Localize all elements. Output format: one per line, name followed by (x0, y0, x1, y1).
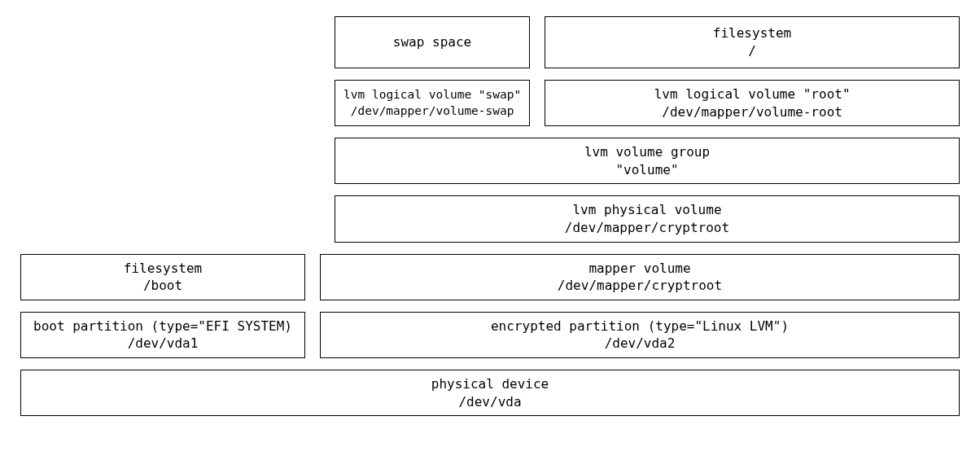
pv-label: lvm physical volume (572, 201, 721, 219)
boot-part-label: boot partition (type="EFI SYSTEM) (33, 318, 292, 335)
boot-part-path: /dev/vda1 (128, 335, 199, 353)
spacer (20, 16, 320, 68)
box-physical-device: physical device /dev/vda (20, 370, 960, 416)
row-mapper-and-bootfs: filesystem /boot mapper volume /dev/mapp… (20, 254, 960, 300)
box-lv-root: lvm logical volume "root" /dev/mapper/vo… (545, 80, 960, 126)
storage-stack-diagram: swap space filesystem / lvm logical volu… (20, 16, 960, 416)
enc-part-path: /dev/vda2 (605, 335, 676, 353)
phys-dev-label: physical device (431, 375, 549, 393)
row-volume-group: lvm volume group "volume" (20, 138, 960, 184)
lv-swap-label: lvm logical volume "swap" (343, 87, 521, 103)
mapper-path: /dev/mapper/cryptroot (558, 277, 722, 295)
box-physical-volume: lvm physical volume /dev/mapper/cryptroo… (335, 195, 960, 242)
boot-fs-label: filesystem (124, 260, 202, 278)
enc-part-label: encrypted partition (type="Linux LVM") (491, 318, 789, 335)
boot-fs-path: /boot (143, 277, 182, 295)
spacer (20, 138, 320, 184)
swap-space-label: swap space (393, 33, 471, 51)
box-lv-swap: lvm logical volume "swap" /dev/mapper/vo… (335, 80, 530, 126)
vg-name: "volume" (615, 161, 678, 179)
row-partitions: boot partition (type="EFI SYSTEM) /dev/v… (20, 312, 960, 358)
filesystem-root-path: / (748, 42, 756, 60)
row-top-usage: swap space filesystem / (20, 16, 960, 68)
spacer (20, 80, 320, 126)
box-swap-space: swap space (335, 16, 530, 68)
box-boot-partition: boot partition (type="EFI SYSTEM) /dev/v… (20, 312, 305, 358)
row-physical-volume: lvm physical volume /dev/mapper/cryptroo… (20, 195, 960, 242)
vg-label: lvm volume group (584, 143, 710, 161)
box-volume-group: lvm volume group "volume" (335, 138, 960, 184)
row-logical-volumes: lvm logical volume "swap" /dev/mapper/vo… (20, 80, 960, 126)
box-encrypted-partition: encrypted partition (type="Linux LVM") /… (320, 312, 960, 358)
lv-root-path: /dev/mapper/volume-root (662, 103, 842, 121)
phys-dev-path: /dev/vda (458, 393, 521, 411)
filesystem-root-label: filesystem (713, 24, 791, 42)
row-physical-device: physical device /dev/vda (20, 370, 960, 416)
spacer (20, 195, 320, 242)
mapper-label: mapper volume (588, 260, 690, 278)
lv-root-label: lvm logical volume "root" (654, 85, 851, 103)
box-boot-filesystem: filesystem /boot (20, 254, 305, 300)
box-mapper-volume: mapper volume /dev/mapper/cryptroot (320, 254, 960, 300)
lv-swap-path: /dev/mapper/volume-swap (351, 103, 514, 120)
box-filesystem-root: filesystem / (545, 16, 960, 68)
pv-path: /dev/mapper/cryptroot (565, 219, 729, 237)
